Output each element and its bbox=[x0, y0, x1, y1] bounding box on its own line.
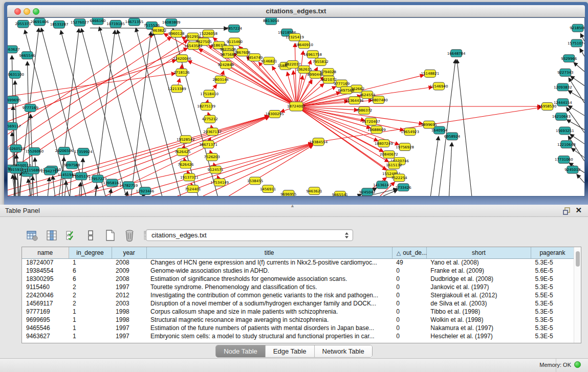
cell-short[interactable]: Wolkin et al. (1998) bbox=[426, 316, 531, 324]
cell-name[interactable]: 9463627 bbox=[22, 332, 69, 340]
cell-in_degree[interactable]: 2 bbox=[69, 291, 112, 299]
table-row[interactable]: 1830029562008Estimation of significance … bbox=[22, 275, 574, 283]
table-row[interactable]: 1872400712008Changes of HCN gene express… bbox=[22, 258, 574, 267]
graph-node[interactable]: 17518410 bbox=[200, 90, 219, 98]
graph-node[interactable]: 9146821 bbox=[261, 57, 277, 65]
graph-node[interactable]: 19654923 bbox=[401, 128, 419, 136]
cell-out_de[interactable]: 0 bbox=[392, 275, 426, 283]
graph-node[interactable]: 9245012 bbox=[564, 166, 580, 173]
cell-out_de[interactable]: 0 bbox=[392, 324, 426, 332]
graph-node[interactable]: 2867608 bbox=[234, 49, 250, 56]
graph-node[interactable]: 9463621 bbox=[307, 187, 322, 195]
scrollbar-thumb[interactable] bbox=[576, 251, 580, 267]
cell-in_degree[interactable]: 1 bbox=[69, 258, 112, 267]
graph-node[interactable]: 20691406 bbox=[30, 18, 49, 26]
table-row[interactable]: 946362711997Embryonic stem cells: a mode… bbox=[22, 332, 574, 340]
graph-node[interactable]: 7522254 bbox=[391, 174, 407, 182]
cell-in_degree[interactable]: 6 bbox=[69, 275, 112, 283]
network-graph-canvas[interactable]: 2055371206914061853328715276027646616010… bbox=[7, 17, 585, 196]
cell-name[interactable]: 18724007 bbox=[22, 258, 69, 267]
table-selector-dropdown[interactable]: citations_edges.txt bbox=[146, 229, 353, 241]
graph-node[interactable]: 9899695 bbox=[421, 121, 437, 128]
cell-out_de[interactable]: 49 bbox=[392, 258, 426, 267]
tab-node-table[interactable]: Node Table bbox=[216, 345, 265, 357]
table-row[interactable]: 969969511998Structural magnetic resonanc… bbox=[22, 316, 574, 324]
cell-out_de[interactable]: 0 bbox=[392, 299, 426, 308]
graph-node[interactable]: 9242848 bbox=[218, 61, 234, 69]
column-header-year[interactable]: year bbox=[112, 247, 146, 258]
graph-node[interactable]: 7626425 bbox=[175, 148, 190, 156]
cell-pagerank[interactable]: 5.3E-5 bbox=[531, 283, 574, 291]
cell-pagerank[interactable]: 5.3E-5 bbox=[531, 316, 574, 324]
graph-node[interactable]: 12210648 bbox=[557, 141, 576, 148]
cell-name[interactable]: 9115460 bbox=[22, 283, 69, 291]
close-panel-icon[interactable]: ✕ bbox=[575, 206, 582, 215]
graph-node[interactable]: 9699695 bbox=[8, 96, 21, 104]
cell-pagerank[interactable]: 5.3E-5 bbox=[531, 299, 574, 308]
graph-node[interactable]: 7524401 bbox=[185, 185, 201, 193]
cell-title[interactable]: Disruption of a novel member of a sodium… bbox=[146, 299, 392, 308]
graph-node[interactable]: 9777169 bbox=[23, 104, 38, 112]
graph-node[interactable]: 2718126 bbox=[173, 69, 189, 76]
table-row[interactable]: 1456911722003Disruption of a novel membe… bbox=[22, 299, 574, 308]
graph-node[interactable]: 9097588 bbox=[64, 161, 80, 169]
cell-in_degree[interactable]: 1 bbox=[69, 316, 112, 324]
graph-node[interactable]: 6466160 bbox=[90, 18, 105, 25]
graph-node[interactable]: 15693251 bbox=[556, 127, 574, 135]
cell-in_degree[interactable]: 1 bbox=[69, 308, 112, 316]
graph-node[interactable]: 6794028 bbox=[320, 68, 336, 76]
cell-pagerank[interactable]: 5.3E-5 bbox=[531, 258, 574, 267]
cell-title[interactable]: Investigating the contribution of common… bbox=[146, 291, 392, 299]
cell-title[interactable]: Structural magnetic resonance image aver… bbox=[146, 316, 392, 324]
panel-resize-grip[interactable]: ▲ bbox=[290, 204, 296, 208]
graph-node-hub[interactable]: 18724007 bbox=[287, 102, 306, 111]
cell-short[interactable]: Dudbridge et al. (2008) bbox=[426, 275, 531, 283]
cell-pagerank[interactable]: 5.5E-5 bbox=[531, 291, 574, 299]
graph-node[interactable]: 7526203 bbox=[204, 153, 220, 161]
new-table-icon[interactable] bbox=[103, 229, 117, 242]
cell-in_degree[interactable]: 2 bbox=[69, 283, 112, 291]
column-header-name[interactable]: name bbox=[22, 247, 69, 258]
graph-node[interactable]: 1456911 bbox=[260, 185, 276, 193]
graph-node[interactable]: 20367137 bbox=[203, 128, 222, 136]
select-columns-icon[interactable] bbox=[64, 229, 78, 242]
cell-title[interactable]: Changes of HCN gene expression and I(f) … bbox=[146, 258, 392, 267]
graph-node[interactable]: 12093832 bbox=[554, 83, 572, 91]
table-scrollbar[interactable] bbox=[574, 247, 581, 343]
graph-node[interactable]: 16961758 bbox=[303, 51, 322, 58]
graph-node[interactable]: 11546940 bbox=[430, 82, 448, 90]
graph-node[interactable]: 18275139 bbox=[197, 103, 215, 111]
table-options-icon[interactable] bbox=[26, 229, 39, 242]
cell-pagerank[interactable]: 5.3E-5 bbox=[531, 324, 574, 332]
graph-node[interactable]: 9227343 bbox=[557, 69, 573, 76]
graph-node[interactable]: 16083809 bbox=[162, 18, 181, 26]
cell-title[interactable]: Estimation of the future numbers of pati… bbox=[146, 324, 392, 332]
graph-node[interactable]: 9463627 bbox=[8, 46, 20, 53]
float-panel-icon[interactable] bbox=[563, 207, 571, 215]
graph-node[interactable]: 3915911 bbox=[8, 166, 24, 173]
graph-node[interactable]: 15751074 bbox=[568, 39, 584, 47]
table-row[interactable]: 911546021997Tourette syndrome. Phenomeno… bbox=[22, 283, 574, 291]
cell-short[interactable]: Yano et al. (2008) bbox=[426, 258, 531, 267]
show-column-icon[interactable] bbox=[45, 229, 58, 242]
graph-node[interactable]: 38671371 bbox=[199, 141, 217, 148]
graph-node[interactable]: 8960128 bbox=[168, 30, 184, 37]
cell-name[interactable]: 9777169 bbox=[22, 308, 69, 316]
graph-node[interactable]: 9245042 bbox=[359, 188, 375, 196]
graph-node[interactable]: 6497568 bbox=[338, 86, 354, 94]
cell-title[interactable]: Tourette syndrome. Phenomenology and cla… bbox=[146, 283, 392, 291]
graph-node[interactable]: 20631100 bbox=[8, 71, 24, 78]
cell-pagerank[interactable]: 5.3E-5 bbox=[531, 332, 574, 340]
cell-name[interactable]: 18300295 bbox=[22, 275, 69, 283]
graph-node[interactable]: 12923446 bbox=[136, 187, 155, 195]
graph-node[interactable]: 7986372 bbox=[356, 107, 372, 115]
cell-short[interactable]: Hescheler et al. (1997) bbox=[426, 332, 531, 340]
window-titlebar[interactable]: citations_edges.txt bbox=[7, 5, 585, 17]
cell-short[interactable]: Jankovic et al. (1997) bbox=[426, 283, 531, 291]
graph-node[interactable]: 9465546 bbox=[19, 52, 35, 59]
graph-node[interactable]: 16648784 bbox=[447, 50, 466, 57]
delete-table-icon[interactable] bbox=[123, 229, 136, 242]
cell-title[interactable]: Estimation of significance thresholds fo… bbox=[146, 275, 392, 283]
cell-name[interactable]: 22420046 bbox=[22, 291, 69, 299]
cell-pagerank[interactable]: 5.3E-5 bbox=[531, 308, 574, 316]
